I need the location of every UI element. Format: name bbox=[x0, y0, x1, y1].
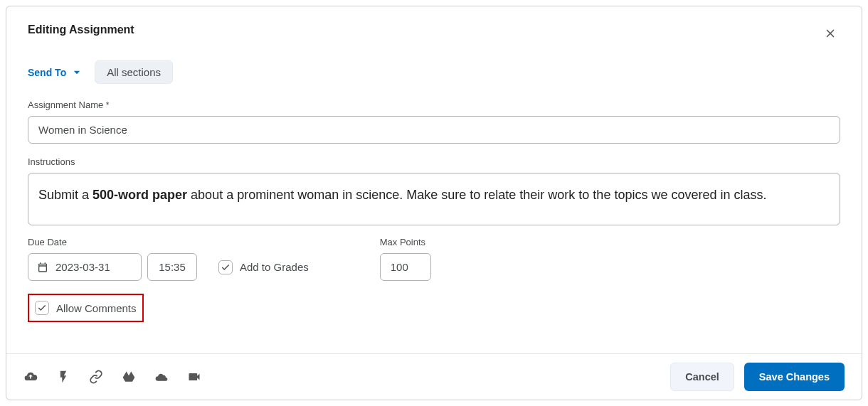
add-to-grades-label: Add to Grades bbox=[240, 261, 309, 273]
save-changes-button[interactable]: Save Changes bbox=[744, 363, 845, 391]
due-date-row: Due Date 2023-03-31 15:35 Add to Grades bbox=[28, 237, 840, 281]
max-points-group: Max Points bbox=[380, 237, 431, 281]
add-to-grades-checkbox[interactable]: Add to Grades bbox=[218, 260, 309, 274]
send-to-dropdown[interactable]: Send To bbox=[28, 67, 82, 78]
check-icon bbox=[221, 262, 231, 272]
assignment-name-label: Assignment Name * bbox=[28, 100, 840, 110]
dialog-footer: Cancel Save Changes bbox=[6, 353, 862, 400]
assignment-name-field: Assignment Name * bbox=[28, 100, 840, 144]
due-date-group: Due Date 2023-03-31 15:35 Add to Grades bbox=[28, 237, 309, 281]
sections-chip[interactable]: All sections bbox=[95, 60, 173, 84]
onedrive-icon[interactable] bbox=[154, 370, 169, 384]
due-date-inputs: 2023-03-31 15:35 Add to Grades bbox=[28, 253, 309, 281]
footer-toolbar bbox=[23, 370, 201, 384]
link-icon[interactable] bbox=[89, 370, 103, 384]
allow-comments-highlight: Allow Comments bbox=[28, 294, 144, 322]
allow-comments-row: Allow Comments bbox=[28, 294, 840, 322]
page-title: Editing Assignment bbox=[28, 23, 134, 36]
instructions-editor[interactable]: Submit a 500-word paper about a prominen… bbox=[28, 173, 840, 225]
checkbox-box bbox=[35, 301, 49, 315]
lightning-icon[interactable] bbox=[56, 370, 70, 384]
send-to-row: Send To All sections bbox=[28, 60, 840, 84]
editing-assignment-dialog: Editing Assignment Send To All sections … bbox=[6, 6, 862, 400]
close-icon bbox=[824, 27, 837, 40]
due-date-date-input[interactable]: 2023-03-31 bbox=[28, 253, 142, 281]
due-date-label: Due Date bbox=[28, 237, 309, 247]
close-button[interactable] bbox=[820, 23, 840, 43]
cloud-upload-icon[interactable] bbox=[23, 370, 38, 384]
assignment-name-input[interactable] bbox=[28, 116, 840, 144]
instructions-field: Instructions Submit a 500-word paper abo… bbox=[28, 156, 840, 225]
due-time-value: 15:35 bbox=[159, 261, 186, 273]
required-star: * bbox=[106, 100, 110, 110]
send-to-label: Send To bbox=[28, 67, 66, 78]
max-points-label: Max Points bbox=[380, 237, 431, 247]
video-camera-icon[interactable] bbox=[187, 370, 201, 384]
check-icon bbox=[37, 303, 47, 313]
due-date-value: 2023-03-31 bbox=[55, 261, 110, 273]
instructions-text-suffix: about a prominent woman in science. Make… bbox=[187, 188, 766, 202]
cancel-button[interactable]: Cancel bbox=[670, 363, 734, 391]
instructions-text-prefix: Submit a bbox=[38, 188, 92, 202]
calendar-icon bbox=[37, 262, 48, 273]
instructions-label: Instructions bbox=[28, 156, 840, 167]
allow-comments-checkbox[interactable]: Allow Comments bbox=[35, 301, 137, 315]
dialog-header: Editing Assignment bbox=[28, 23, 840, 43]
chevron-down-icon bbox=[72, 68, 82, 78]
google-drive-icon[interactable] bbox=[122, 370, 136, 384]
footer-actions: Cancel Save Changes bbox=[670, 363, 845, 391]
due-date-time-input[interactable]: 15:35 bbox=[147, 253, 197, 281]
dialog-body: Editing Assignment Send To All sections … bbox=[6, 6, 862, 353]
max-points-input[interactable] bbox=[380, 253, 431, 281]
allow-comments-label: Allow Comments bbox=[56, 302, 137, 314]
instructions-text-bold: 500-word paper bbox=[92, 188, 187, 202]
checkbox-box bbox=[218, 260, 233, 274]
